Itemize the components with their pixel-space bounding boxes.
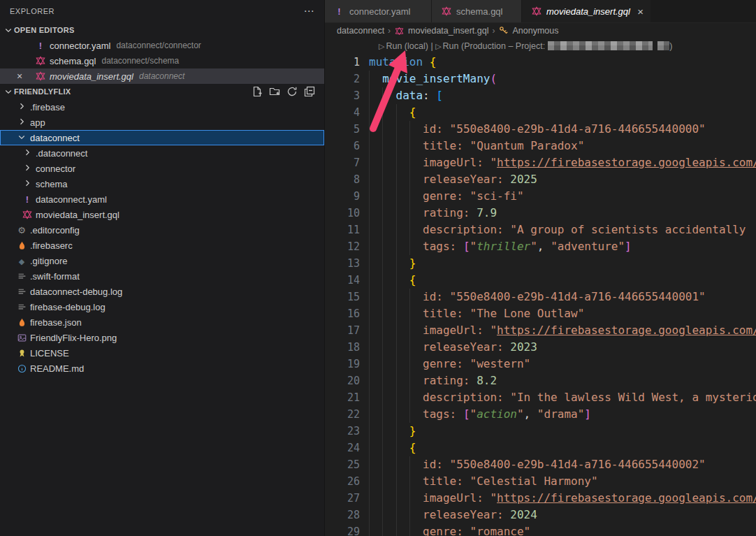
tree-item-FriendlyFlix-Hero.png[interactable]: FriendlyFlix-Hero.png: [0, 330, 324, 345]
code-line-content[interactable]: title: "The Lone Outlaw": [369, 305, 756, 322]
line-number[interactable]: 21: [325, 389, 369, 406]
close-icon[interactable]: ×: [637, 6, 644, 17]
line-number[interactable]: 3: [325, 87, 369, 104]
code-line-23[interactable]: 23 }: [325, 423, 756, 440]
tree-item-moviedata_insert.gql[interactable]: moviedata_insert.gql: [0, 207, 324, 222]
line-number[interactable]: 10: [325, 205, 369, 222]
code-line-14[interactable]: 14 {: [325, 272, 756, 289]
code-line-content[interactable]: tags: ["action", "drama"]: [369, 406, 756, 423]
tree-item-dataconnect.yaml[interactable]: !dataconnect.yaml: [0, 191, 324, 207]
line-number[interactable]: 5: [325, 121, 369, 138]
run-local-button[interactable]: ▷Run (local): [379, 41, 428, 51]
code-line-content[interactable]: {: [369, 272, 756, 289]
code-line-26[interactable]: 26 title: "Celestial Harmony": [325, 473, 756, 490]
code-line-18[interactable]: 18 releaseYear: 2023: [325, 339, 756, 356]
code-line-content[interactable]: releaseYear: 2024: [369, 507, 756, 523]
code-line-content[interactable]: rating: 8.2: [369, 372, 756, 389]
tree-item-connector[interactable]: connector: [0, 161, 324, 176]
breadcrumb-symbol[interactable]: Anonymous: [512, 26, 558, 36]
tree-item-.swift-format[interactable]: .swift-format: [0, 268, 324, 284]
open-editors-section-header[interactable]: OPEN EDITORS: [0, 22, 324, 38]
tree-item-.editorconfig[interactable]: ⚙.editorconfig: [0, 222, 324, 238]
code-line-content[interactable]: rating: 7.9: [369, 205, 756, 222]
open-editor-item-moviedata_insert.gql[interactable]: ×moviedata_insert.gqldataconnect: [0, 68, 324, 84]
new-file-icon[interactable]: [252, 86, 263, 97]
line-number[interactable]: 4: [325, 104, 369, 121]
code-line-16[interactable]: 16 title: "The Lone Outlaw": [325, 305, 756, 322]
code-line-19[interactable]: 19 genre: "western": [325, 356, 756, 372]
code-line-24[interactable]: 24 {: [325, 440, 756, 456]
line-number[interactable]: 28: [325, 507, 369, 523]
code-line-21[interactable]: 21 description: "In the lawless Wild Wes…: [325, 389, 756, 406]
code-line-13[interactable]: 13 }: [325, 255, 756, 272]
code-line-content[interactable]: tags: ["thriller", "adventure"]: [369, 238, 756, 255]
open-editor-item-schema.gql[interactable]: schema.gqldataconnect/schema: [0, 53, 324, 68]
line-number[interactable]: 9: [325, 188, 369, 205]
code-line-8[interactable]: 8 releaseYear: 2025: [325, 171, 756, 188]
line-number[interactable]: 22: [325, 406, 369, 423]
code-line-content[interactable]: genre: "western": [369, 356, 756, 372]
tree-item-.firebase[interactable]: .firebase: [0, 99, 324, 115]
line-number[interactable]: 1: [325, 54, 369, 71]
line-number[interactable]: 12: [325, 238, 369, 255]
code-line-9[interactable]: 9 genre: "sci-fi": [325, 188, 756, 205]
tab-moviedata_insert.gql[interactable]: moviedata_insert.gql×: [522, 0, 651, 22]
code-line-10[interactable]: 10 rating: 7.9: [325, 205, 756, 222]
code-line-22[interactable]: 22 tags: ["action", "drama"]: [325, 406, 756, 423]
tree-item-app[interactable]: app: [0, 115, 324, 130]
tree-item-LICENSE[interactable]: LICENSE: [0, 345, 324, 361]
code-editor[interactable]: 1mutation {2 movie_insertMany(3 data: [4…: [325, 54, 756, 536]
code-line-content[interactable]: }: [369, 423, 756, 440]
line-number[interactable]: 24: [325, 440, 369, 456]
tree-item-README.md[interactable]: README.md: [0, 361, 324, 376]
code-line-content[interactable]: title: "Quantum Paradox": [369, 138, 756, 154]
tree-item-firebase-debug.log[interactable]: firebase-debug.log: [0, 299, 324, 314]
code-line-content[interactable]: releaseYear: 2023: [369, 339, 756, 356]
code-line-content[interactable]: imageUrl: "https://firebasestorage.googl…: [369, 490, 756, 507]
code-line-content[interactable]: {: [369, 440, 756, 456]
code-line-27[interactable]: 27 imageUrl: "https://firebasestorage.go…: [325, 490, 756, 507]
code-line-6[interactable]: 6 title: "Quantum Paradox": [325, 138, 756, 154]
code-line-12[interactable]: 12 tags: ["thriller", "adventure"]: [325, 238, 756, 255]
refresh-icon[interactable]: [286, 86, 298, 97]
code-line-content[interactable]: imageUrl: "https://firebasestorage.googl…: [369, 154, 756, 171]
code-line-content[interactable]: id: "550e8400-e29b-41d4-a716-44665544000…: [369, 456, 756, 473]
code-line-11[interactable]: 11 description: "A group of scientists a…: [325, 222, 756, 238]
code-line-content[interactable]: data: [: [369, 87, 756, 104]
code-line-5[interactable]: 5 id: "550e8400-e29b-41d4-a716-446655440…: [325, 121, 756, 138]
code-line-content[interactable]: id: "550e8400-e29b-41d4-a716-44665544000…: [369, 289, 756, 305]
line-number[interactable]: 27: [325, 490, 369, 507]
code-line-content[interactable]: {: [369, 104, 756, 121]
code-line-3[interactable]: 3 data: [: [325, 87, 756, 104]
tree-item-.firebaserc[interactable]: .firebaserc: [0, 238, 324, 253]
line-number[interactable]: 23: [325, 423, 369, 440]
new-folder-icon[interactable]: [269, 86, 280, 97]
code-line-29[interactable]: 29 genre: "romance": [325, 523, 756, 536]
tree-item-dataconnect[interactable]: dataconnect: [0, 130, 324, 145]
line-number[interactable]: 11: [325, 222, 369, 238]
line-number[interactable]: 20: [325, 372, 369, 389]
line-number[interactable]: 7: [325, 154, 369, 171]
code-line-content[interactable]: releaseYear: 2025: [369, 171, 756, 188]
line-number[interactable]: 14: [325, 272, 369, 289]
line-number[interactable]: 13: [325, 255, 369, 272]
tab-schema.gql[interactable]: schema.gql: [432, 0, 522, 22]
code-line-15[interactable]: 15 id: "550e8400-e29b-41d4-a716-44665544…: [325, 289, 756, 305]
code-line-28[interactable]: 28 releaseYear: 2024: [325, 507, 756, 523]
line-number[interactable]: 18: [325, 339, 369, 356]
line-number[interactable]: 19: [325, 356, 369, 372]
tree-item-.dataconnect[interactable]: .dataconnect: [0, 145, 324, 161]
line-number[interactable]: 17: [325, 322, 369, 339]
line-number[interactable]: 15: [325, 289, 369, 305]
close-icon[interactable]: ×: [17, 71, 35, 82]
line-number[interactable]: 2: [325, 71, 369, 87]
line-number[interactable]: 16: [325, 305, 369, 322]
run-production-button[interactable]: ▷Run (Production – Project:): [435, 41, 672, 51]
line-number[interactable]: 8: [325, 171, 369, 188]
tree-item-dataconnect-debug.log[interactable]: dataconnect-debug.log: [0, 284, 324, 299]
code-line-content[interactable]: genre: "romance": [369, 523, 756, 536]
open-editor-item-connector.yaml[interactable]: !connector.yamldataconnect/connector: [0, 38, 324, 53]
code-line-content[interactable]: description: "A group of scientists acci…: [369, 222, 756, 238]
breadcrumb-file[interactable]: moviedata_insert.gql: [408, 26, 488, 36]
tree-item-firebase.json[interactable]: firebase.json: [0, 314, 324, 330]
